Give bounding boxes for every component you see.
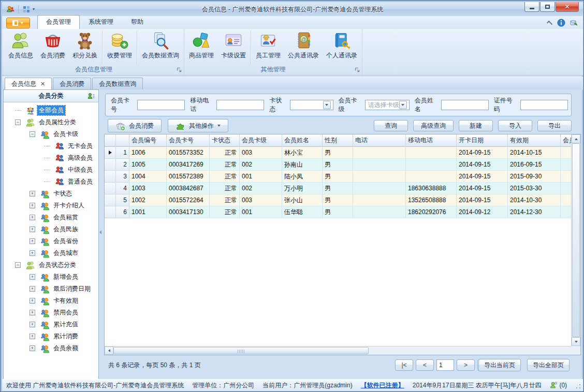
collapse-node-icon[interactable]: − <box>15 119 21 125</box>
tree-item-全部会员[interactable]: 全部会员 <box>4 104 98 116</box>
tree-item-无卡会员[interactable]: 无卡会员 <box>4 140 98 152</box>
vertical-scroll-thumb[interactable] <box>572 143 580 337</box>
expand-node-icon[interactable]: + <box>30 250 35 256</box>
tree-expander[interactable]: + <box>28 250 40 256</box>
tree-expander[interactable]: + <box>28 334 40 339</box>
tree-item-会员民族[interactable]: +会员民族 <box>4 223 98 235</box>
expand-node-icon[interactable]: + <box>30 334 35 339</box>
table-row[interactable]: 210050003417269正常002孙南山男2014-09-152016-0… <box>105 159 571 171</box>
ribbon-button-卡级设置[interactable]: 卡级设置 <box>217 29 250 66</box>
action-button-新建[interactable]: 新建 <box>459 120 493 131</box>
ribbon-tab-帮助[interactable]: 帮助 <box>122 15 152 29</box>
horizontal-scrollbar[interactable] <box>105 346 571 355</box>
tree-item-中级会员[interactable]: 中级会员 <box>4 164 98 176</box>
expand-node-icon[interactable]: + <box>30 286 35 292</box>
tree-item-新增会员[interactable]: +新增会员 <box>4 271 98 283</box>
column-header-移动电话[interactable]: 移动电话 <box>406 134 457 147</box>
action-button-导入[interactable]: 导入 <box>498 120 532 131</box>
column-header-有效期[interactable]: 有效期 <box>508 134 561 147</box>
export-current-page-button[interactable]: 导出当前页 <box>478 359 521 371</box>
tree-item-会员城市[interactable]: +会员城市 <box>4 247 98 259</box>
tree-expander[interactable]: − <box>28 131 40 137</box>
other-operations-button[interactable]: 其他操作 <box>168 119 228 132</box>
tree-item-会员属性分类[interactable]: −会员属性分类 <box>4 116 98 128</box>
table-row[interactable]: 610010003417130正常001伍华聪男186202920762014-… <box>105 206 571 218</box>
action-button-查询[interactable]: 查询 <box>374 120 408 131</box>
tree-expander[interactable]: + <box>28 203 40 208</box>
ribbon-button-员工管理[interactable]: 员工管理 <box>252 29 284 66</box>
export-all-pages-button[interactable]: 导出全部页 <box>527 359 570 371</box>
table-row[interactable]: 110060015573352正常003林小宝男2014-09-152014-1… <box>105 147 571 159</box>
doc-tab-会员信息[interactable]: 会员信息✕ <box>5 78 52 89</box>
table-row[interactable]: 410030003842687正常002万小明男186306388882014-… <box>105 183 571 194</box>
column-header-开卡日期[interactable]: 开卡日期 <box>457 134 508 147</box>
column-header-会员卡号[interactable]: 会员卡号 <box>167 134 210 147</box>
resize-grip[interactable] <box>576 384 581 389</box>
expand-node-icon[interactable]: + <box>30 227 35 232</box>
tree-item-会员状态分类[interactable]: −会员状态分类 <box>4 259 98 271</box>
info-icon[interactable] <box>557 19 565 27</box>
first-page-button[interactable]: |< <box>395 359 413 371</box>
collapse-node-icon[interactable]: − <box>30 131 35 137</box>
vertical-scrollbar[interactable] <box>571 134 580 346</box>
tree-item-开卡介绍人[interactable]: +开卡介绍人 <box>4 200 98 212</box>
minimize-button[interactable] <box>524 2 539 12</box>
column-header-卡状态[interactable]: 卡状态 <box>210 134 240 147</box>
maximize-button[interactable] <box>540 2 555 12</box>
tree-item-累计充值[interactable]: +累计充值 <box>4 319 98 330</box>
user-list-icon[interactable] <box>87 92 95 100</box>
ribbon-button-收费管理[interactable]: 收费管理 <box>104 29 136 66</box>
chevron-down-icon[interactable] <box>323 101 331 109</box>
tree-item-卡状态[interactable]: +卡状态 <box>4 188 98 200</box>
close-tab-icon[interactable]: ✕ <box>40 81 45 87</box>
expand-node-icon[interactable]: + <box>30 215 35 220</box>
ribbon-button-会员信息[interactable]: 会员信息 <box>5 29 37 66</box>
action-button-导出[interactable]: 导出 <box>537 120 572 131</box>
table-row[interactable]: 510020015572264正常003张小山男135265088882014-… <box>105 194 571 206</box>
column-header-会员编号[interactable]: 会员编号 <box>129 134 167 147</box>
tree-item-普通会员[interactable]: 普通会员 <box>4 176 98 188</box>
ribbon-tab-会员管理[interactable]: 会员管理 <box>37 15 80 29</box>
collapse-ribbon-icon[interactable] <box>547 21 552 26</box>
column-header-电话[interactable]: 电话 <box>353 134 406 147</box>
dialog-launcher-icon[interactable] <box>177 67 182 73</box>
tree-expander[interactable]: + <box>28 227 40 232</box>
expand-node-icon[interactable]: + <box>30 238 35 244</box>
tree-expander[interactable]: + <box>28 191 40 197</box>
action-button-高级查询[interactable]: 高级查询 <box>413 120 454 131</box>
ribbon-button-积分兑换[interactable]: 积分兑换 <box>69 29 101 66</box>
page-number-input[interactable] <box>436 359 454 371</box>
ribbon-button-商品管理[interactable]: 商品管理 <box>185 29 217 66</box>
tree-item-最后消费日期[interactable]: +最后消费日期 <box>4 283 98 295</box>
tree-expander[interactable]: + <box>28 274 40 280</box>
prev-page-button[interactable]: < <box>416 359 434 371</box>
doc-tab-会员数据查询[interactable]: 会员数据查询 <box>92 78 143 89</box>
column-header-性别[interactable]: 性别 <box>323 134 353 147</box>
ribbon-button-个人通讯录[interactable]: 个人通讯录 <box>323 29 361 66</box>
collapse-node-icon[interactable]: − <box>15 262 21 268</box>
registered-link[interactable]: 【软件已注册】 <box>361 381 404 390</box>
app-menu-button[interactable]: ▼ <box>6 18 30 28</box>
tree-expander[interactable]: − <box>14 119 26 125</box>
expand-node-icon[interactable]: + <box>30 203 35 208</box>
filter-input-移动电话[interactable] <box>216 100 264 110</box>
tree-item-卡有效期[interactable]: +卡有效期 <box>4 295 98 307</box>
expand-node-icon[interactable]: + <box>30 345 35 351</box>
column-header-会员姓名[interactable]: 会员姓名 <box>282 134 323 147</box>
tree-expander[interactable]: − <box>14 262 26 268</box>
tree-item-禁用会员[interactable]: +禁用会员 <box>4 307 98 319</box>
horizontal-scroll-thumb[interactable] <box>113 347 369 354</box>
doc-tab-会员消费[interactable]: 会员消费 <box>53 78 91 89</box>
filter-input-会员姓名[interactable] <box>441 100 489 110</box>
dialog-launcher-icon[interactable] <box>355 67 360 73</box>
ribbon-button-会员消费[interactable]: 会员消费 <box>37 29 69 66</box>
close-button[interactable]: ✕ <box>556 2 579 12</box>
tree-item-累计消费[interactable]: +累计消费 <box>4 330 98 342</box>
chevron-down-icon[interactable] <box>399 101 407 109</box>
member-consume-button[interactable]: 会员消费 <box>108 119 162 132</box>
expand-node-icon[interactable]: + <box>30 191 35 197</box>
tree-item-会员籍贯[interactable]: +会员籍贯 <box>4 212 98 223</box>
tree-expander[interactable]: + <box>28 286 40 292</box>
filter-select-卡状态[interactable] <box>290 100 333 110</box>
filter-input-会员卡号[interactable] <box>137 100 185 110</box>
